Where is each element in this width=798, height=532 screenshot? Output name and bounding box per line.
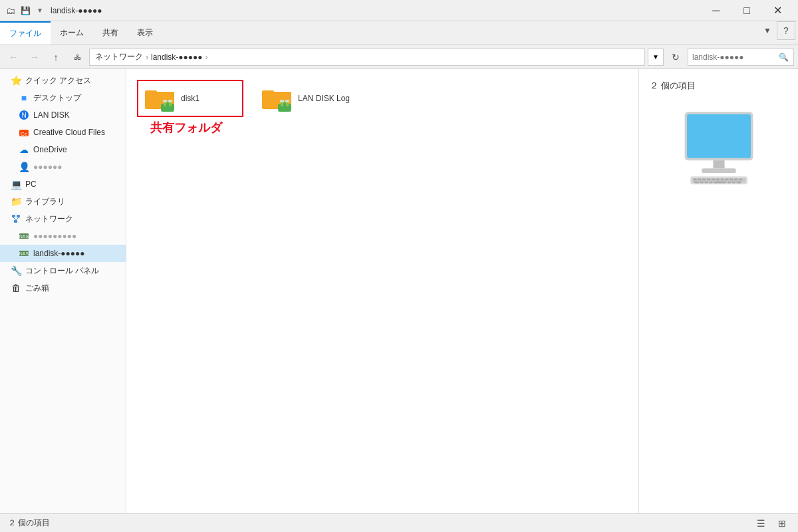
breadcrumb-icon: 🖧 bbox=[68, 48, 86, 66]
lan-disk-icon: N bbox=[19, 110, 29, 120]
sidebar-item-library[interactable]: 📁 ライブラリ bbox=[0, 193, 126, 210]
search-input[interactable] bbox=[692, 53, 779, 62]
back-button[interactable]: ← bbox=[4, 48, 23, 66]
svg-rect-38 bbox=[707, 179, 710, 181]
main-area: ⭐ クイック アクセス ■ デスクトップ N LAN DISK Cc Creat… bbox=[0, 69, 798, 513]
chevron-down-icon[interactable]: ▼ bbox=[758, 21, 777, 40]
view-icon-button[interactable]: ⊞ bbox=[774, 516, 790, 531]
address-dropdown[interactable]: ▼ bbox=[648, 49, 664, 66]
svg-rect-43 bbox=[730, 179, 733, 181]
svg-rect-4 bbox=[12, 215, 15, 217]
sidebar-item-landisk-selected[interactable]: NAS landisk-●●●●● bbox=[0, 245, 126, 262]
sidebar-item-recycle-bin[interactable]: 🗑 ごみ箱 bbox=[0, 279, 126, 297]
svg-rect-39 bbox=[711, 179, 714, 181]
svg-rect-28 bbox=[285, 100, 289, 102]
svg-line-8 bbox=[16, 217, 19, 220]
refresh-button[interactable]: ↻ bbox=[666, 48, 685, 66]
svg-rect-31 bbox=[713, 160, 724, 168]
annotation-label: 共有フォルダ bbox=[150, 120, 222, 136]
tab-file[interactable]: ファイル bbox=[0, 21, 51, 45]
tab-share[interactable]: 共有 bbox=[93, 21, 128, 45]
file-items-row: disk1 共有フォルダ bbox=[137, 80, 628, 136]
view-detail-button[interactable]: ☰ bbox=[753, 516, 769, 531]
sidebar-item-network[interactable]: ネットワーク bbox=[0, 210, 126, 227]
tab-view[interactable]: 表示 bbox=[128, 21, 162, 45]
folder-item-lan-disk-log[interactable]: LAN DISK Log bbox=[254, 80, 360, 117]
sidebar-item-desktop[interactable]: ■ デスクトップ bbox=[0, 89, 126, 106]
sidebar-item-creative-cloud[interactable]: Cc Creative Cloud Files bbox=[0, 124, 126, 141]
sidebar-label-pc: PC bbox=[25, 180, 37, 189]
sidebar: ⭐ クイック アクセス ■ デスクトップ N LAN DISK Cc Creat… bbox=[0, 69, 126, 513]
sidebar-label-desktop: デスクトップ bbox=[33, 92, 81, 104]
desktop-icon: ■ bbox=[19, 92, 29, 103]
sidebar-item-network-sub[interactable]: NAS ●●●●●●●●● bbox=[0, 227, 126, 245]
svg-rect-16 bbox=[161, 104, 174, 112]
svg-rect-20 bbox=[168, 100, 172, 102]
path-separator-2: › bbox=[205, 53, 208, 62]
status-item-count: ２ 個の項目 bbox=[8, 517, 50, 529]
svg-rect-32 bbox=[702, 168, 735, 173]
sidebar-item-pc[interactable]: 💻 PC bbox=[0, 176, 126, 193]
arrow-icon: ▼ bbox=[35, 5, 45, 16]
sidebar-item-quick-access[interactable]: ⭐ クイック アクセス bbox=[0, 72, 126, 89]
svg-rect-35 bbox=[693, 179, 696, 181]
sidebar-item-onedrive[interactable]: ☁ OneDrive bbox=[0, 141, 126, 158]
svg-rect-27 bbox=[280, 100, 284, 102]
breadcrumb-landisk[interactable]: landisk-●●●●● bbox=[151, 53, 203, 62]
svg-rect-5 bbox=[17, 215, 20, 217]
sidebar-label-control-panel: コントロール パネル bbox=[25, 265, 99, 277]
tab-home[interactable]: ホーム bbox=[51, 21, 93, 45]
star-icon: ⭐ bbox=[11, 75, 21, 86]
folder-item-disk1[interactable]: disk1 bbox=[137, 80, 243, 117]
breadcrumb-network[interactable]: ネットワーク bbox=[95, 51, 143, 63]
path-separator-1: › bbox=[146, 53, 148, 62]
svg-rect-45 bbox=[739, 179, 742, 181]
help-button[interactable]: ? bbox=[777, 21, 795, 40]
search-box[interactable]: 🔍 bbox=[688, 49, 794, 66]
address-path[interactable]: ネットワーク › landisk-●●●●● › bbox=[89, 49, 645, 66]
svg-rect-6 bbox=[14, 220, 17, 223]
svg-text:NAS: NAS bbox=[19, 234, 29, 239]
sidebar-label-creative-cloud: Creative Cloud Files bbox=[33, 128, 105, 137]
landisk-selected-icon: NAS bbox=[19, 248, 29, 259]
sidebar-label-network-sub: ●●●●●●●●● bbox=[33, 231, 76, 241]
creative-cloud-icon: Cc bbox=[19, 127, 29, 138]
title-bar-controls: ─ □ ✕ bbox=[701, 0, 793, 21]
onedrive-icon: ☁ bbox=[19, 144, 29, 155]
svg-rect-51 bbox=[727, 182, 730, 184]
file-view: disk1 共有フォルダ bbox=[126, 69, 798, 513]
close-button[interactable]: ✕ bbox=[762, 0, 793, 21]
save-icon: 💾 bbox=[20, 5, 31, 16]
sidebar-item-lan-disk[interactable]: N LAN DISK bbox=[0, 106, 126, 124]
svg-rect-47 bbox=[700, 182, 703, 184]
title-bar-icons: 🗂 💾 ▼ bbox=[5, 5, 45, 16]
svg-rect-24 bbox=[278, 104, 291, 112]
up-button[interactable]: ↑ bbox=[47, 48, 65, 66]
minimize-button[interactable]: ─ bbox=[701, 0, 732, 21]
title-bar: 🗂 💾 ▼ landisk-●●●●● ─ □ ✕ bbox=[0, 0, 798, 21]
svg-rect-37 bbox=[702, 179, 706, 181]
library-icon: 📁 bbox=[11, 196, 21, 207]
network-icon bbox=[11, 213, 21, 224]
svg-rect-14 bbox=[145, 90, 157, 94]
sidebar-label-network: ネットワーク bbox=[25, 213, 73, 225]
sidebar-item-control-panel[interactable]: 🔧 コントロール パネル bbox=[0, 262, 126, 279]
svg-rect-30 bbox=[687, 114, 751, 158]
svg-rect-53 bbox=[736, 182, 741, 184]
sidebar-item-user[interactable]: 👤 ●●●●●● bbox=[0, 158, 126, 176]
computer-preview bbox=[666, 102, 772, 196]
svg-text:NAS: NAS bbox=[19, 251, 29, 256]
forward-button[interactable]: → bbox=[25, 48, 44, 66]
svg-rect-46 bbox=[694, 182, 699, 184]
folder-disk1-icon bbox=[144, 85, 176, 112]
ribbon: ファイル ホーム 共有 表示 ▼ ? bbox=[0, 21, 798, 45]
restore-button[interactable]: □ bbox=[732, 0, 762, 21]
svg-rect-40 bbox=[716, 179, 719, 181]
folder-lan-disk-log-icon bbox=[261, 85, 293, 112]
svg-text:N: N bbox=[21, 112, 26, 119]
sidebar-label-user: ●●●●●● bbox=[33, 162, 63, 172]
window-title: landisk-●●●●● bbox=[51, 6, 701, 15]
svg-rect-49 bbox=[709, 182, 712, 184]
search-icon: 🔍 bbox=[779, 53, 789, 62]
svg-rect-44 bbox=[734, 179, 737, 181]
